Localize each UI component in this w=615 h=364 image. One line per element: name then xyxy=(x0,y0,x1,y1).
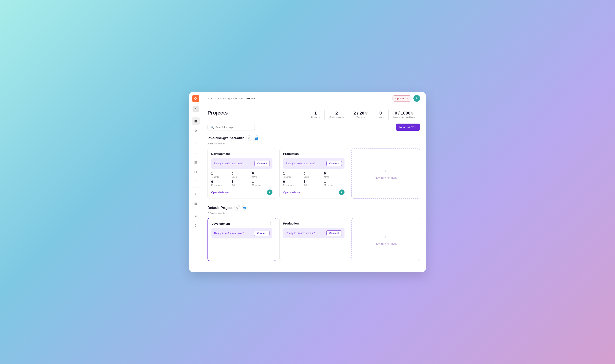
list-icon: ☰ xyxy=(194,161,197,164)
env-menu-icon-1-1[interactable]: ⋮ xyxy=(341,221,345,225)
sidebar-workspace-avatar[interactable]: J xyxy=(193,106,199,112)
search-box: 🔍 xyxy=(207,124,255,130)
connect-button-0-1[interactable]: Connect xyxy=(326,161,342,166)
connect-banner-0-1: Ready to enforce access? Connect xyxy=(283,158,344,169)
search-input[interactable] xyxy=(215,126,252,129)
sidebar-divider-3 xyxy=(192,187,199,188)
env-stat-mau-0-0: 0 MAU xyxy=(252,172,273,178)
connect-banner-1-0: Ready to enforce access? Connect xyxy=(212,228,272,238)
share-icon: ↗ xyxy=(194,214,197,218)
breadcrumb-separator: / xyxy=(244,97,244,100)
env-stat-members-0-1: 1 Members xyxy=(324,180,345,186)
connect-button-1-1[interactable]: Connect xyxy=(326,230,342,236)
sidebar-item-check[interactable]: ✓ xyxy=(192,149,200,157)
project-env-count-0: 2 Environments xyxy=(207,142,420,145)
stat-projects-number: 1 xyxy=(314,111,317,116)
search-icon: 🔍 xyxy=(211,126,214,129)
sidebar-item-home[interactable]: ⌂ xyxy=(192,140,200,147)
env-name-0-0: Development xyxy=(211,152,230,156)
breadcrumb-chevron-icon: » xyxy=(207,97,209,100)
connect-button-1-0[interactable]: Connect xyxy=(254,231,269,236)
sidebar-item-grid[interactable]: ⊞ xyxy=(192,117,200,125)
stat-users-number: 0 xyxy=(379,111,382,116)
stat-mau-number: 0 / 1000 xyxy=(395,111,411,116)
env-card-footer-0-1: Open dashboard A xyxy=(283,189,344,195)
stat-environments-number: 2 xyxy=(335,111,338,116)
music-icon: ♪ xyxy=(195,192,197,196)
new-env-card-0[interactable]: + New Environment xyxy=(351,148,420,199)
page-body: Projects 1 Projects 2 Environments xyxy=(202,105,426,272)
sidebar-item-apps[interactable]: ⊡ xyxy=(192,168,200,176)
project-settings-icon-1[interactable]: ⚙ xyxy=(234,205,240,210)
sidebar-item-image[interactable]: ⊟ xyxy=(192,199,200,207)
member-avatar-0-0: A xyxy=(267,189,272,195)
env-name-0-1: Production xyxy=(283,152,299,156)
stat-tenants-value-row: 2 / 20 ⓘ xyxy=(354,111,368,116)
env-card-header-1-1: Production ⋮ xyxy=(283,221,344,225)
open-dashboard-link-0-1[interactable]: Open dashboard xyxy=(283,191,302,194)
svg-point-1 xyxy=(195,99,196,100)
project-settings-icon-0[interactable]: ⚙ xyxy=(246,135,252,141)
project-header-0: java-fine-grained-auth ⚙ 👥 xyxy=(207,135,420,141)
stat-mau-value-row: 0 / 1000 ⓘ xyxy=(395,111,414,116)
upgrade-button[interactable]: Upgrade ↗ xyxy=(393,95,411,102)
connect-banner-0-0: Ready to enforce access? Connect xyxy=(211,158,272,169)
env-name-1-0: Development xyxy=(212,222,230,225)
env-stat-members-0-0: 1 Members xyxy=(252,180,273,186)
stat-mau: 0 / 1000 ⓘ Monthly Active Users xyxy=(388,110,420,120)
stat-projects: 1 Projects xyxy=(307,110,325,120)
env-menu-icon-0-0[interactable]: ⋮ xyxy=(269,152,272,156)
sidebar-item-docs[interactable]: ☷ xyxy=(192,177,200,185)
stat-users-label: Users xyxy=(378,116,384,119)
env-stat-roles-0-1: 3 Roles xyxy=(304,180,324,186)
sidebar-item-settings[interactable]: ⚙ xyxy=(192,127,200,135)
env-grid-1: Development ⋮ Ready to enforce access? C… xyxy=(207,218,420,261)
env-menu-icon-1-0[interactable]: ⋮ xyxy=(269,222,272,225)
page-title: Projects xyxy=(207,110,228,116)
page-top: Projects 1 Projects 2 Environments xyxy=(207,110,420,120)
check-icon: ✓ xyxy=(194,151,197,155)
new-env-label-0: New Environment xyxy=(375,176,397,179)
new-env-card-1[interactable]: + New Environment xyxy=(351,218,420,261)
connect-text-1-1: Ready to enforce access? xyxy=(286,231,315,235)
search-actions-bar: 🔍 New Project + xyxy=(207,124,420,131)
stat-tenants-label: Tenants xyxy=(357,116,365,119)
tenants-info-icon[interactable]: ⓘ xyxy=(365,112,368,115)
member-avatar-0-1: A xyxy=(339,189,345,195)
help-icon: ? xyxy=(195,224,197,227)
new-env-label-1: New Environment xyxy=(375,242,397,245)
connect-button-0-0[interactable]: Connect xyxy=(254,161,270,166)
sidebar-item-list[interactable]: ☰ xyxy=(192,158,200,166)
project-name-0: java-fine-grained-auth xyxy=(207,136,244,140)
svg-rect-0 xyxy=(192,95,199,102)
open-dashboard-link-0-0[interactable]: Open dashboard xyxy=(211,191,230,194)
env-stat-resources-0-1: 0 Resources xyxy=(283,180,304,186)
sidebar-item-help[interactable]: ? xyxy=(192,222,200,230)
env-card-header-0-1: Production ⋮ xyxy=(283,152,344,156)
project-header-1: Default Project ⚙ 👥 xyxy=(207,205,420,210)
env-stat-roles-0-0: 3 Roles xyxy=(232,180,252,186)
env-stats-0-1: 1 Tenants 0 Users 0 MAU xyxy=(283,172,344,186)
header-right: Upgrade ↗ A xyxy=(393,95,420,102)
page-header: » java-spring-fine-grained-auth / Projec… xyxy=(202,92,426,105)
connect-banner-1-1: Ready to enforce access? Connect xyxy=(283,228,344,238)
project-members-icon-1[interactable]: 👥 xyxy=(242,205,247,210)
sidebar-item-notes[interactable]: ♪ xyxy=(192,190,200,198)
breadcrumb-link[interactable]: java-spring-fine-grained-auth xyxy=(210,97,242,100)
stat-environments-label: Environments xyxy=(329,116,344,119)
breadcrumb: » java-spring-fine-grained-auth / Projec… xyxy=(207,97,256,100)
breadcrumb-current: Projects xyxy=(245,97,255,100)
mau-info-icon[interactable]: ⓘ xyxy=(411,112,414,115)
gear-icon: ⚙ xyxy=(194,129,197,133)
env-card-footer-0-0: Open dashboard A xyxy=(211,189,272,195)
env-card-0-1: Production ⋮ Ready to enforce access? Co… xyxy=(279,148,348,199)
sidebar-divider-4 xyxy=(192,210,199,210)
sidebar-item-share[interactable]: ↗ xyxy=(192,212,200,220)
new-project-button[interactable]: New Project + xyxy=(396,124,420,131)
user-avatar[interactable]: A xyxy=(414,95,420,102)
stat-projects-label: Projects xyxy=(311,116,320,119)
env-menu-icon-0-1[interactable]: ⋮ xyxy=(341,152,345,156)
logo[interactable] xyxy=(192,95,199,102)
project-members-icon-0[interactable]: 👥 xyxy=(254,135,259,141)
app-container: J ⊞ ⚙ ⌂ ✓ ☰ ⊡ ☷ ♪ ⊟ xyxy=(189,92,426,272)
